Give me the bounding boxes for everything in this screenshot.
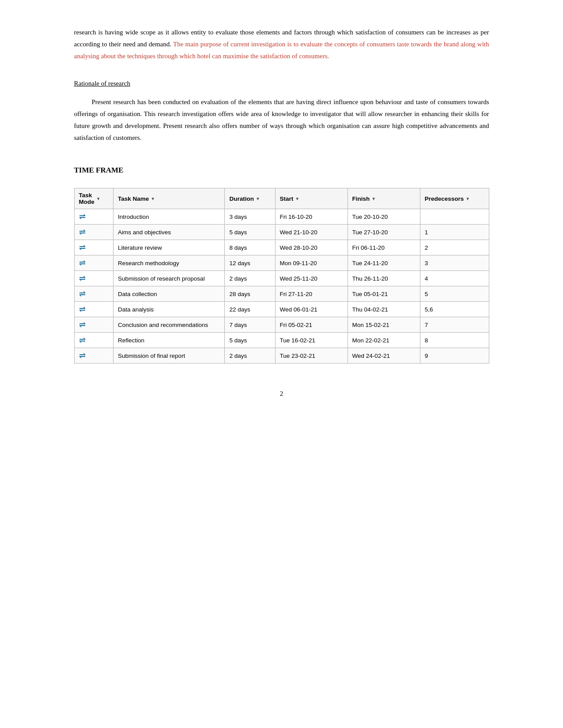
task-name-cell: Data collection <box>113 286 225 302</box>
col-header-finish[interactable]: Finish ▼ <box>348 188 420 209</box>
task-start-cell: Fri 05-02-21 <box>275 317 348 333</box>
task-start-cell: Tue 23-02-21 <box>275 348 348 364</box>
table-row: ⇌Data analysis22 daysWed 06-01-21Thu 04-… <box>74 302 489 317</box>
task-finish-cell: Wed 24-02-21 <box>348 348 420 364</box>
task-pred-cell <box>420 209 489 225</box>
task-pred-cell: 2 <box>420 240 489 255</box>
col-header-name[interactable]: Task Name ▼ <box>113 188 225 209</box>
rationale-section: Rationale of research Present research h… <box>74 80 489 144</box>
task-mode-icon: ⇌ <box>79 305 86 313</box>
table-row: ⇌Literature review8 daysWed 28-10-20Fri … <box>74 240 489 255</box>
task-finish-cell: Tue 20-10-20 <box>348 209 420 225</box>
task-pred-cell: 5 <box>420 286 489 302</box>
task-mode-icon: ⇌ <box>79 336 86 344</box>
task-duration-cell: 2 days <box>225 348 275 364</box>
col-header-mode[interactable]: TaskMode ▼ <box>74 188 113 209</box>
task-pred-cell: 8 <box>420 333 489 348</box>
task-name-cell: Data analysis <box>113 302 225 317</box>
task-finish-cell: Mon 15-02-21 <box>348 317 420 333</box>
task-finish-cell: Tue 05-01-21 <box>348 286 420 302</box>
task-finish-cell: Fri 06-11-20 <box>348 240 420 255</box>
col-header-mode-label: TaskMode <box>79 192 94 205</box>
table-row: ⇌Submission of research proposal2 daysWe… <box>74 271 489 286</box>
col-header-start[interactable]: Start ▼ <box>275 188 348 209</box>
mode-dropdown-arrow[interactable]: ▼ <box>96 196 101 201</box>
table-row: ⇌Aims and objectives5 daysWed 21-10-20Tu… <box>74 225 489 240</box>
task-start-cell: Wed 25-11-20 <box>275 271 348 286</box>
task-mode-cell: ⇌ <box>74 271 113 286</box>
task-duration-cell: 5 days <box>225 225 275 240</box>
task-mode-cell: ⇌ <box>74 348 113 364</box>
name-dropdown-arrow[interactable]: ▼ <box>151 196 155 201</box>
task-pred-cell: 7 <box>420 317 489 333</box>
task-name-cell: Research methodology <box>113 255 225 271</box>
task-mode-icon: ⇌ <box>79 321 86 329</box>
intro-paragraph: research is having wide scope as it allo… <box>74 26 489 62</box>
task-mode-icon: ⇌ <box>79 290 86 298</box>
task-finish-cell: Thu 26-11-20 <box>348 271 420 286</box>
task-start-cell: Fri 27-11-20 <box>275 286 348 302</box>
task-finish-cell: Thu 04-02-21 <box>348 302 420 317</box>
rationale-heading: Rationale of research <box>74 80 489 87</box>
finish-dropdown-arrow[interactable]: ▼ <box>371 196 376 201</box>
task-name-cell: Submission of final report <box>113 348 225 364</box>
task-mode-cell: ⇌ <box>74 240 113 255</box>
table-row: ⇌Introduction3 daysFri 16-10-20Tue 20-10… <box>74 209 489 225</box>
task-finish-cell: Tue 27-10-20 <box>348 225 420 240</box>
col-header-duration[interactable]: Duration ▼ <box>225 188 275 209</box>
task-start-cell: Tue 16-02-21 <box>275 333 348 348</box>
task-duration-cell: 2 days <box>225 271 275 286</box>
task-duration-cell: 8 days <box>225 240 275 255</box>
task-name-cell: Reflection <box>113 333 225 348</box>
task-name-cell: Aims and objectives <box>113 225 225 240</box>
task-start-cell: Wed 28-10-20 <box>275 240 348 255</box>
task-mode-cell: ⇌ <box>74 225 113 240</box>
task-name-cell: Literature review <box>113 240 225 255</box>
rationale-body: Present research has been conducted on e… <box>74 96 489 144</box>
task-pred-cell: 4 <box>420 271 489 286</box>
duration-dropdown-arrow[interactable]: ▼ <box>256 196 260 201</box>
task-duration-cell: 12 days <box>225 255 275 271</box>
task-start-cell: Fri 16-10-20 <box>275 209 348 225</box>
task-mode-icon: ⇌ <box>79 228 86 236</box>
task-mode-icon: ⇌ <box>79 259 86 267</box>
page-number: 2 <box>74 390 489 398</box>
task-name-cell: Conclusion and recommendations <box>113 317 225 333</box>
task-table: TaskMode ▼ Task Name ▼ Duration ▼ <box>74 188 489 364</box>
task-pred-cell: 3 <box>420 255 489 271</box>
task-pred-cell: 9 <box>420 348 489 364</box>
task-name-cell: Submission of research proposal <box>113 271 225 286</box>
table-row: ⇌Research methodology12 daysMon 09-11-20… <box>74 255 489 271</box>
task-duration-cell: 3 days <box>225 209 275 225</box>
task-mode-cell: ⇌ <box>74 286 113 302</box>
page-content: research is having wide scope as it allo… <box>74 0 489 433</box>
task-mode-cell: ⇌ <box>74 209 113 225</box>
col-header-pred-label: Predecessors <box>425 195 464 202</box>
task-pred-cell: 5,6 <box>420 302 489 317</box>
task-pred-cell: 1 <box>420 225 489 240</box>
task-mode-icon: ⇌ <box>79 213 86 221</box>
task-finish-cell: Tue 24-11-20 <box>348 255 420 271</box>
table-row: ⇌Conclusion and recommendations7 daysFri… <box>74 317 489 333</box>
col-header-duration-label: Duration <box>229 195 254 202</box>
task-mode-icon: ⇌ <box>79 244 86 251</box>
col-header-start-label: Start <box>280 195 294 202</box>
pred-dropdown-arrow[interactable]: ▼ <box>465 196 470 201</box>
task-start-cell: Wed 06-01-21 <box>275 302 348 317</box>
table-row: ⇌Data collection28 daysFri 27-11-20Tue 0… <box>74 286 489 302</box>
task-start-cell: Wed 21-10-20 <box>275 225 348 240</box>
task-duration-cell: 7 days <box>225 317 275 333</box>
timeframe-heading: TIME FRAME <box>74 166 489 175</box>
task-finish-cell: Mon 22-02-21 <box>348 333 420 348</box>
task-mode-cell: ⇌ <box>74 255 113 271</box>
task-mode-icon: ⇌ <box>79 352 86 360</box>
col-header-finish-label: Finish <box>352 195 370 202</box>
task-mode-cell: ⇌ <box>74 302 113 317</box>
col-header-name-label: Task Name <box>118 195 149 202</box>
task-start-cell: Mon 09-11-20 <box>275 255 348 271</box>
start-dropdown-arrow[interactable]: ▼ <box>295 196 299 201</box>
task-duration-cell: 5 days <box>225 333 275 348</box>
col-header-pred[interactable]: Predecessors ▼ <box>420 188 489 209</box>
task-duration-cell: 22 days <box>225 302 275 317</box>
table-row: ⇌Reflection5 daysTue 16-02-21Mon 22-02-2… <box>74 333 489 348</box>
